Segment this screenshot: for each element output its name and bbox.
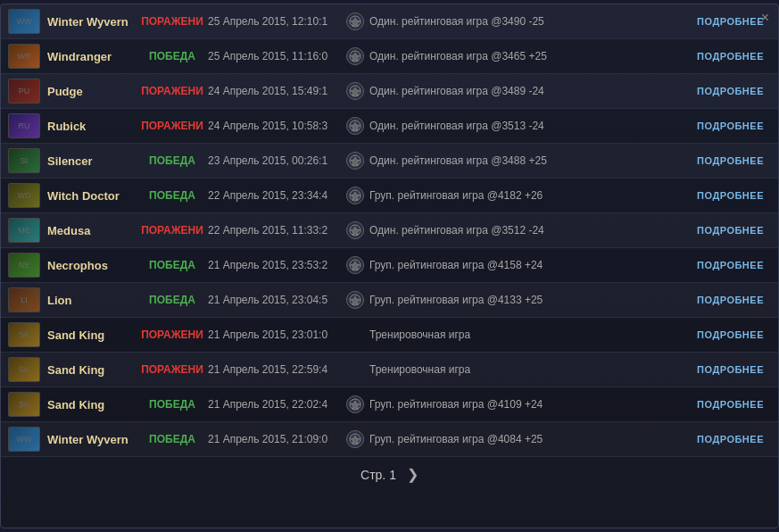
hero-avatar: WW	[8, 427, 40, 452]
hero-name: Winter Wyvern	[47, 433, 137, 446]
details-button[interactable]: ПОДРОБНЕЕ	[693, 14, 767, 29]
game-info: Груп. рейтинговая игра @4158 +24	[364, 259, 693, 271]
match-date: 24 Апрель 2015, 15:49:1	[208, 85, 346, 97]
match-date: 21 Апрель 2015, 23:53:2	[208, 259, 346, 271]
game-info: Тренировочная игра	[364, 363, 693, 376]
table-row: NENecrophosПОБЕДА21 Апрель 2015, 23:53:2…	[1, 248, 778, 283]
table-row: SKSand KingПОБЕДА21 Апрель 2015, 22:02:4…	[1, 387, 778, 422]
match-result: ПОБЕДА	[137, 433, 208, 445]
hero-name: Witch Doctor	[47, 189, 137, 203]
mmr-icon	[346, 291, 364, 309]
table-row: PUPudgeПОРАЖЕНИ24 Апрель 2015, 15:49:1 О…	[1, 74, 778, 109]
close-button[interactable]: ×	[761, 10, 769, 26]
hero-name: Rubick	[47, 120, 137, 133]
match-list: WWWinter WyvernПОРАЖЕНИ25 Апрель 2015, 1…	[1, 4, 778, 457]
next-page-button[interactable]: ❯	[407, 466, 419, 483]
details-button[interactable]: ПОДРОБНЕЕ	[693, 328, 767, 342]
hero-name: Winter Wyvern	[47, 15, 137, 29]
match-result: ПОБЕДА	[137, 259, 208, 271]
details-button[interactable]: ПОДРОБНЕЕ	[693, 432, 767, 446]
table-row: WRWindrangerПОБЕДА25 Апрель 2015, 11:16:…	[1, 39, 778, 74]
match-date: 21 Апрель 2015, 22:02:4	[208, 398, 346, 411]
game-info: Один. рейтинговая игра @3489 -24	[364, 85, 693, 97]
match-date: 24 Апрель 2015, 10:58:3	[208, 120, 346, 132]
hero-avatar: SK	[8, 392, 40, 417]
table-row: WWWinter WyvernПОРАЖЕНИ25 Апрель 2015, 1…	[1, 4, 778, 39]
details-button[interactable]: ПОДРОБНЕЕ	[693, 119, 767, 133]
match-result: ПОРАЖЕНИ	[137, 328, 208, 341]
hero-avatar: NE	[8, 253, 40, 278]
hero-avatar: WW	[8, 9, 40, 34]
hero-name: Sand King	[47, 328, 137, 342]
details-button[interactable]: ПОДРОБНЕЕ	[693, 49, 767, 63]
hero-name: Silencer	[47, 154, 137, 168]
hero-avatar: WD	[8, 183, 40, 208]
mmr-icon	[346, 117, 364, 135]
game-info: Один. рейтинговая игра @3490 -25	[364, 15, 693, 28]
details-button[interactable]: ПОДРОБНЕЕ	[693, 188, 767, 203]
mmr-icon	[346, 395, 364, 413]
hero-avatar: SI	[8, 148, 40, 173]
details-button[interactable]: ПОДРОБНЕЕ	[693, 154, 767, 168]
pagination: Стр. 1 ❯	[1, 457, 778, 492]
table-row: SISilencerПОБЕДА23 Апрель 2015, 00:26:1 …	[1, 144, 778, 179]
match-date: 22 Апрель 2015, 23:34:4	[208, 189, 346, 202]
table-row: WDWitch DoctorПОБЕДА22 Апрель 2015, 23:3…	[1, 179, 778, 213]
mmr-icon	[346, 430, 364, 448]
game-info: Один. рейтинговая игра @3488 +25	[364, 154, 693, 167]
match-result: ПОБЕДА	[137, 154, 208, 167]
hero-avatar: PU	[8, 79, 40, 104]
match-result: ПОРАЖЕНИ	[137, 120, 208, 132]
table-row: WWWinter WyvernПОБЕДА21 Апрель 2015, 21:…	[1, 422, 778, 457]
details-button[interactable]: ПОДРОБНЕЕ	[693, 223, 767, 237]
hero-avatar: SK	[8, 322, 40, 347]
match-date: 25 Апрель 2015, 12:10:1	[208, 15, 346, 28]
game-info: Тренировочная игра	[364, 328, 693, 341]
match-result: ПОБЕДА	[137, 50, 208, 62]
hero-avatar: LI	[8, 287, 40, 312]
details-button[interactable]: ПОДРОБНЕЕ	[693, 258, 767, 272]
details-button[interactable]: ПОДРОБНЕЕ	[693, 397, 767, 411]
match-result: ПОБЕДА	[137, 189, 208, 202]
mmr-icon	[346, 187, 364, 204]
game-info: Один. рейтинговая игра @3465 +25	[364, 50, 693, 62]
hero-name: Sand King	[47, 363, 137, 377]
mmr-icon	[346, 12, 364, 30]
details-button[interactable]: ПОДРОБНЕЕ	[693, 362, 767, 377]
mmr-icon	[346, 221, 364, 239]
hero-name: Necrophos	[47, 259, 137, 272]
mmr-icon	[346, 82, 364, 100]
match-date: 25 Апрель 2015, 11:16:0	[208, 50, 346, 62]
details-button[interactable]: ПОДРОБНЕЕ	[693, 84, 767, 98]
hero-avatar: WR	[8, 44, 40, 69]
match-result: ПОРАЖЕНИ	[137, 85, 208, 97]
hero-avatar: SK	[8, 357, 40, 382]
match-result: ПОРАЖЕНИ	[137, 15, 208, 28]
match-history-panel: × WWWinter WyvernПОРАЖЕНИ25 Апрель 2015,…	[0, 4, 779, 528]
table-row: RURubickПОРАЖЕНИ24 Апрель 2015, 10:58:3 …	[1, 109, 778, 144]
match-date: 21 Апрель 2015, 23:01:0	[208, 328, 346, 341]
mmr-icon	[346, 256, 364, 274]
table-row: SKSand KingПОРАЖЕНИ21 Апрель 2015, 23:01…	[1, 318, 778, 353]
match-result: ПОБЕДА	[137, 294, 208, 306]
match-date: 21 Апрель 2015, 21:09:0	[208, 433, 346, 445]
match-date: 21 Апрель 2015, 22:59:4	[208, 363, 346, 376]
hero-name: Sand King	[47, 398, 137, 411]
hero-name: Medusa	[47, 224, 137, 237]
match-result: ПОРАЖЕНИ	[137, 224, 208, 237]
table-row: LILionПОБЕДА21 Апрель 2015, 23:04:5 Груп…	[1, 283, 778, 318]
game-info: Груп. рейтинговая игра @4084 +25	[364, 433, 693, 445]
game-info: Груп. рейтинговая игра @4109 +24	[364, 398, 693, 411]
hero-name: Lion	[47, 294, 137, 307]
hero-avatar: ME	[8, 218, 40, 243]
match-date: 21 Апрель 2015, 23:04:5	[208, 294, 346, 306]
match-result: ПОБЕДА	[137, 398, 208, 411]
mmr-icon	[346, 47, 364, 65]
game-info: Один. рейтинговая игра @3512 -24	[364, 224, 693, 237]
game-info: Груп. рейтинговая игра @4182 +26	[364, 189, 693, 202]
game-info: Груп. рейтинговая игра @4133 +25	[364, 294, 693, 306]
hero-name: Pudge	[47, 85, 137, 98]
match-date: 22 Апрель 2015, 11:33:2	[208, 224, 346, 237]
game-info: Один. рейтинговая игра @3513 -24	[364, 120, 693, 132]
details-button[interactable]: ПОДРОБНЕЕ	[693, 293, 767, 307]
